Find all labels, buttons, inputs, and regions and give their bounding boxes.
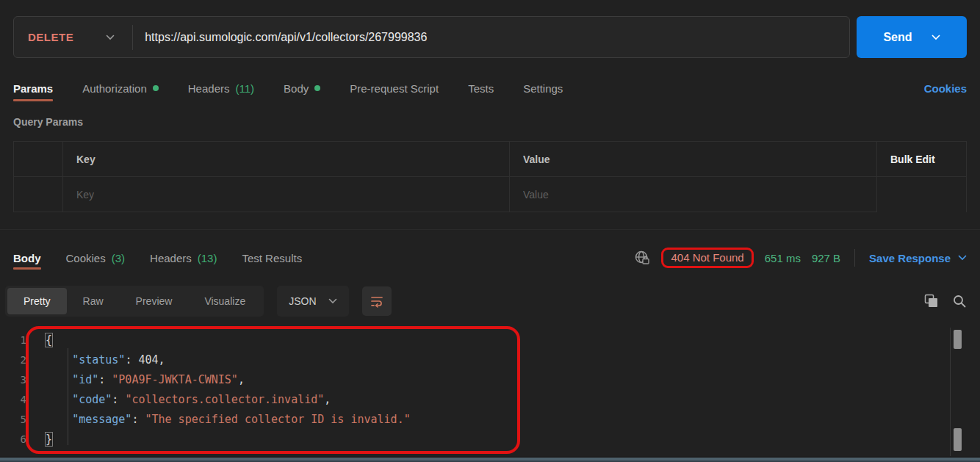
save-response-button[interactable]: Save Response [869,252,967,264]
view-visualize-button[interactable]: Visualize [188,288,262,314]
empty-cell [877,177,966,212]
line-number: 1 [0,334,46,346]
response-tab-body[interactable]: Body [13,245,41,271]
save-response-label: Save Response [869,252,951,264]
chevron-down-icon [106,35,115,40]
tab-tests[interactable]: Tests [468,73,494,103]
line-number: 6 [0,433,46,445]
format-select-value: JSON [289,295,316,307]
response-tab-test-results[interactable]: Test Results [242,245,302,271]
search-response-button[interactable] [952,294,967,308]
url-bar: DELETE [13,16,850,58]
value-column-header: Value [510,142,877,177]
key-input-cell [63,177,510,212]
response-tab-test-results-label: Test Results [242,252,302,264]
send-options-chevron-down-icon[interactable] [932,35,940,40]
code-text: { [46,333,52,347]
code-text: } [46,433,52,446]
code-line: 1{ [0,330,980,350]
green-dot-indicator [153,85,159,91]
tab-body-label: Body [284,82,309,95]
key-input[interactable] [76,189,496,201]
view-mode-switch: Pretty Raw Preview Visualize [5,286,264,317]
code-line: 6} [0,429,980,449]
tab-tests-label: Tests [468,82,494,95]
code-line: 5 "message": "The specified collector ID… [0,409,980,429]
response-meta: 404 Not Found 651 ms 927 B Save Response [634,248,967,268]
method-label: DELETE [28,31,73,43]
line-number: 3 [0,374,46,386]
view-pretty-button[interactable]: Pretty [7,288,67,314]
response-tab-cookies-label: Cookies [66,252,106,264]
chevron-down-icon [958,255,967,261]
line-number: 4 [0,394,46,405]
copy-response-button[interactable] [924,294,939,308]
response-tab-headers[interactable]: Headers (13) [150,245,217,271]
code-line: 4 "code": "collectors.collector.invalid"… [0,389,980,409]
wrap-text-button[interactable] [362,286,392,316]
scrollbar-thumb[interactable] [954,428,962,451]
chevron-down-icon [328,298,337,304]
tab-authorization[interactable]: Authorization [82,73,159,103]
response-header: Body Cookies (3) Headers (13) Test Resul… [0,245,980,271]
code-text: "code": "collectors.collector.invalid", [46,393,331,406]
indent-guide [68,348,68,445]
panel-divider [950,328,951,457]
cookies-count-badge: (3) [112,252,125,264]
divider [854,249,855,267]
wrap-text-icon [370,295,384,308]
send-button-label: Send [883,31,912,44]
code-line: 2 "status": 404, [0,350,980,369]
cookies-link[interactable]: Cookies [924,82,967,95]
response-body-editor[interactable]: 1{2 "status": 404,3 "id": "P0A9F-JWKTA-C… [0,326,980,457]
globe-lock-icon[interactable] [634,250,650,266]
window-bottom-edge [0,456,980,462]
line-number: 2 [0,354,46,366]
tab-headers[interactable]: Headers (11) [188,73,254,103]
value-input[interactable] [523,189,863,201]
send-button[interactable]: Send [857,16,967,58]
response-tab-body-label: Body [13,252,41,264]
tab-authorization-label: Authorization [82,82,147,95]
section-divider [0,229,980,230]
row-select-header-cell [14,142,63,177]
response-size: 927 B [812,252,840,264]
line-number: 5 [0,414,46,425]
request-url-row: DELETE Send [0,0,980,58]
bulk-edit-button[interactable]: Bulk Edit [877,142,966,177]
response-time: 651 ms [765,252,801,264]
table-row [14,177,966,212]
postman-window: DELETE Send Params Authorization Headers [0,0,980,462]
response-tab-cookies[interactable]: Cookies (3) [66,245,126,271]
tab-settings-label: Settings [523,82,563,95]
view-preview-button[interactable]: Preview [120,288,189,314]
search-icon [952,294,967,308]
code-line: 3 "id": "P0A9F-JWKTA-CWNIS", [0,369,980,389]
table-header-row: Key Value Bulk Edit [14,142,966,177]
method-selector[interactable]: DELETE [14,31,132,43]
green-dot-indicator [314,85,320,91]
format-select[interactable]: JSON [277,286,348,317]
tab-params[interactable]: Params [13,73,53,103]
status-badge: 404 Not Found [671,251,743,264]
status-highlight-annotation: 404 Not Found [661,248,753,268]
tab-settings[interactable]: Settings [523,73,563,103]
view-raw-button[interactable]: Raw [67,288,120,314]
tab-headers-label: Headers [188,82,230,95]
code-lines: 1{2 "status": 404,3 "id": "P0A9F-JWKTA-C… [0,326,980,449]
toolbar-right [924,294,967,308]
code-text: "message": "The specified collector ID i… [46,413,411,426]
response-toolbar: Pretty Raw Preview Visualize JSON [0,284,980,318]
query-params-table: Key Value Bulk Edit [13,141,967,212]
tab-pre-request-script-label: Pre-request Script [350,82,439,95]
code-text: "status": 404, [46,353,165,367]
copy-icon [924,294,939,308]
request-tabs: Params Authorization Headers (11) Body P… [0,73,980,103]
tab-params-label: Params [13,82,53,95]
url-input[interactable] [133,17,849,57]
response-tab-headers-label: Headers [150,252,192,264]
tab-pre-request-script[interactable]: Pre-request Script [350,73,439,103]
scrollbar-thumb[interactable] [954,330,962,349]
tab-body[interactable]: Body [284,73,320,103]
headers-count-badge: (11) [235,82,254,95]
